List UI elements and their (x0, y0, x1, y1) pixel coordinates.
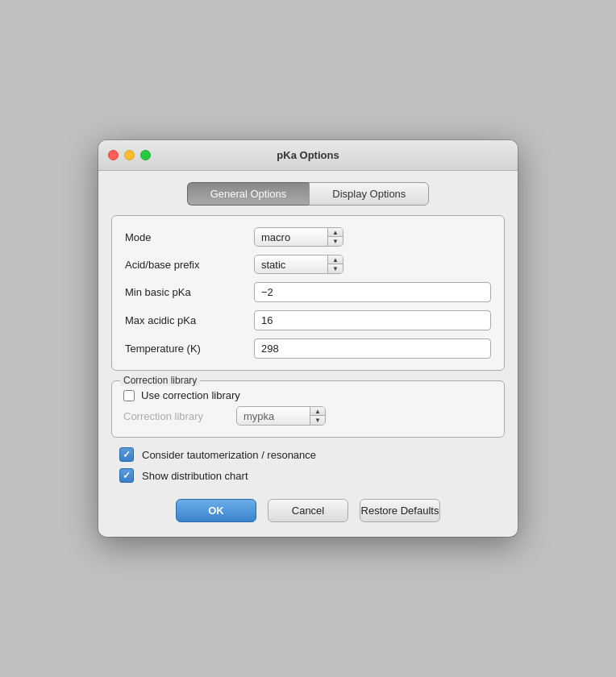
mode-row: Mode macro micro ▲ ▼ (125, 227, 491, 247)
acid-base-label: Acid/base prefix (125, 259, 254, 271)
min-pka-input[interactable] (254, 282, 491, 302)
titlebar: pKa Options (98, 140, 518, 171)
traffic-lights (108, 150, 151, 160)
tautomerization-label: Consider tautomerization / resonance (142, 449, 316, 461)
tautomerization-checkmark: ✓ (123, 450, 131, 459)
button-row: OK Cancel Restore Defaults (111, 496, 505, 524)
main-window: pKa Options General Options Display Opti… (98, 140, 518, 537)
acid-base-control: static dynamic ▲ ▼ (254, 255, 491, 274)
tautomerization-row: ✓ Consider tautomerization / resonance (119, 447, 497, 462)
correction-library-up-button[interactable]: ▲ (310, 407, 325, 416)
correction-library-select[interactable]: mypka (237, 408, 310, 425)
correction-library-label: Correction library (123, 410, 236, 422)
ok-button[interactable]: OK (176, 499, 256, 522)
temperature-label: Temperature (K) (125, 343, 254, 355)
tab-general[interactable]: General Options (187, 182, 310, 206)
use-correction-label[interactable]: Use correction library (141, 389, 240, 401)
max-pka-label: Max acidic pKa (125, 314, 254, 326)
mode-control: macro micro ▲ ▼ (254, 227, 491, 247)
min-pka-control (254, 282, 491, 302)
max-pka-input[interactable] (254, 310, 491, 330)
acid-base-row: Acid/base prefix static dynamic ▲ ▼ (125, 255, 491, 274)
cancel-button[interactable]: Cancel (268, 499, 348, 522)
maximize-button[interactable] (140, 150, 151, 160)
correction-library-stepper: ▲ ▼ (310, 407, 325, 425)
correction-library-down-button[interactable]: ▼ (310, 416, 325, 425)
mode-stepper: ▲ ▼ (327, 228, 343, 246)
window-content: General Options Display Options Mode mac… (98, 171, 518, 537)
max-pka-control (254, 310, 491, 330)
acid-base-stepper: ▲ ▼ (327, 255, 343, 273)
temperature-control (254, 338, 491, 359)
tautomerization-checkbox[interactable]: ✓ (119, 447, 134, 462)
min-pka-row: Min basic pKa (125, 282, 491, 302)
distribution-checkmark: ✓ (123, 471, 131, 480)
options-panel: Mode macro micro ▲ ▼ A (111, 215, 505, 371)
acid-base-select[interactable]: static dynamic (255, 256, 327, 273)
use-correction-checkbox[interactable] (123, 390, 135, 401)
mode-select-wrapper: macro micro ▲ ▼ (254, 227, 343, 247)
acid-base-down-button[interactable]: ▼ (328, 264, 343, 273)
mode-down-button[interactable]: ▼ (328, 237, 343, 246)
temperature-row: Temperature (K) (125, 338, 491, 359)
distribution-row: ✓ Show distribution chart (119, 468, 497, 483)
tab-display[interactable]: Display Options (309, 182, 429, 206)
mode-up-button[interactable]: ▲ (328, 228, 343, 237)
correction-library-group: Correction library Use correction librar… (111, 380, 505, 438)
tab-bar: General Options Display Options (111, 182, 505, 206)
temperature-input[interactable] (254, 338, 491, 359)
acid-base-select-wrapper: static dynamic ▲ ▼ (254, 255, 343, 274)
min-pka-label: Min basic pKa (125, 286, 254, 298)
correction-group-legend: Correction library (120, 375, 200, 386)
distribution-checkbox[interactable]: ✓ (119, 468, 134, 483)
distribution-label: Show distribution chart (142, 470, 248, 482)
restore-defaults-button[interactable]: Restore Defaults (360, 499, 440, 522)
correction-library-select-row: Correction library mypka ▲ ▼ (123, 406, 493, 426)
checkboxes-section: ✓ Consider tautomerization / resonance ✓… (111, 447, 505, 483)
minimize-button[interactable] (124, 150, 135, 160)
max-pka-row: Max acidic pKa (125, 310, 491, 330)
mode-label: Mode (125, 231, 254, 243)
window-title: pKa Options (277, 149, 339, 161)
mode-select[interactable]: macro micro (255, 229, 327, 246)
acid-base-up-button[interactable]: ▲ (328, 255, 343, 264)
close-button[interactable] (108, 150, 119, 160)
use-correction-row: Use correction library (123, 389, 493, 401)
correction-library-select-wrapper: mypka ▲ ▼ (236, 406, 326, 426)
